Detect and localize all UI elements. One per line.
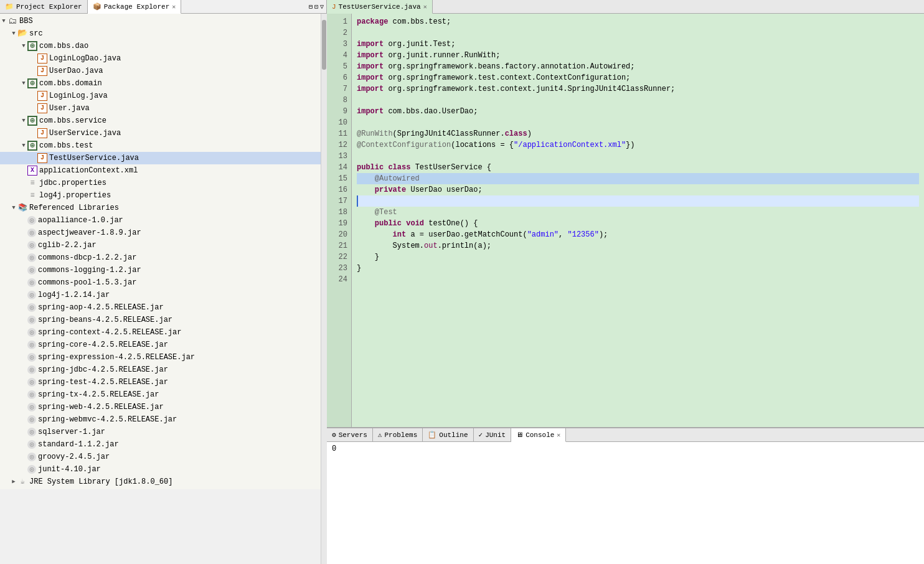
code-line-5: import org.springframework.beans.factory…	[357, 61, 919, 72]
tree-item-log4j[interactable]: ◎log4j-1.2.14.jar	[0, 289, 326, 301]
maximize-icon[interactable]: ⊡	[314, 3, 318, 11]
tree-item-spring-aop[interactable]: ◎spring-aop-4.2.5.RELEASE.jar	[0, 301, 326, 314]
code-line-12: @ContextConfiguration(locations = {"/app…	[357, 139, 919, 151]
tree-item-TestUserService[interactable]: JTestUserService.java	[0, 152, 326, 164]
tab-servers[interactable]: ⚙ Servers	[327, 428, 373, 441]
left-scrollbar[interactable]	[321, 14, 327, 564]
tab-project-explorer[interactable]: 📁 Project Explorer	[0, 0, 88, 13]
tree-item-groovy[interactable]: ◎groovy-2.4.5.jar	[0, 451, 326, 463]
item-label: com.bbs.dao	[39, 40, 88, 52]
tree-item-aopalliance[interactable]: ◎aopalliance-1.0.jar	[0, 214, 326, 227]
item-label: TestUserService.java	[49, 153, 139, 164]
tab-package-explorer[interactable]: 📦 Package Explorer ✕	[88, 0, 182, 14]
tree-item-UserDao[interactable]: JUserDao.java	[0, 65, 326, 77]
item-label: log4j-1.2.14.jar	[38, 289, 110, 301]
main-layout: 📁 Project Explorer 📦 Package Explorer ✕ …	[0, 0, 924, 564]
tree-container[interactable]: 🗂BBS📂src⊕com.bbs.daoJLoginLogDao.javaJUs…	[0, 14, 326, 489]
tree-item-src[interactable]: 📂src	[0, 27, 326, 40]
expand-arrow[interactable]	[20, 78, 27, 89]
line-number-24: 24	[331, 274, 347, 285]
console-close-icon[interactable]: ✕	[557, 431, 560, 439]
tree-item-com.bbs.dao[interactable]: ⊕com.bbs.dao	[0, 40, 326, 52]
item-label: cglib-2.2.jar	[38, 240, 97, 251]
package-explorer-label: Package Explorer	[104, 3, 170, 11]
tree-item-User[interactable]: JUser.java	[0, 102, 326, 115]
line-number-3: 3	[331, 39, 347, 50]
expand-arrow[interactable]	[0, 16, 7, 27]
item-label: spring-aop-4.2.5.RELEASE.jar	[38, 302, 164, 313]
item-label: commons-logging-1.2.jar	[38, 265, 141, 276]
expand-arrow[interactable]	[20, 140, 27, 151]
tree-item-spring-beans[interactable]: ◎spring-beans-4.2.5.RELEASE.jar	[0, 314, 326, 326]
item-icon: ◎	[27, 428, 36, 436]
code-line-22: }	[357, 251, 919, 263]
item-icon: ◎	[27, 390, 36, 399]
item-icon: ≡	[27, 178, 37, 188]
item-label: applicationContext.xml	[39, 165, 138, 176]
tree-item-bbs[interactable]: 🗂BBS	[0, 15, 326, 27]
tree-item-UserService[interactable]: JUserService.java	[0, 127, 326, 139]
junit-icon: ✓	[479, 431, 483, 439]
tree-item-jdbc.properties[interactable]: ≡jdbc.properties	[0, 177, 326, 189]
tab-outline[interactable]: 📋 Outline	[423, 428, 473, 441]
editor-tab-close[interactable]: ✕	[423, 3, 427, 11]
tree-item-com.bbs.test[interactable]: ⊕com.bbs.test	[0, 139, 326, 152]
tree-item-spring-core[interactable]: ◎spring-core-4.2.5.RELEASE.jar	[0, 339, 326, 351]
item-label: standard-1.1.2.jar	[38, 439, 119, 450]
tree-item-commons-dbcp[interactable]: ◎commons-dbcp-1.2.2.jar	[0, 251, 326, 264]
tree-item-spring-tx[interactable]: ◎spring-tx-4.2.5.RELEASE.jar	[0, 388, 326, 401]
tab-junit[interactable]: ✓ JUnit	[474, 428, 512, 441]
tree-item-cglib[interactable]: ◎cglib-2.2.jar	[0, 239, 326, 251]
tab-problems[interactable]: ⚠ Problems	[373, 428, 423, 441]
tree-item-spring-web[interactable]: ◎spring-web-4.2.5.RELEASE.jar	[0, 401, 326, 413]
bottom-tab-bar: ⚙ Servers ⚠ Problems 📋 Outline ✓ JUnit	[327, 428, 924, 442]
explorer-panel: 📁 Project Explorer 📦 Package Explorer ✕ …	[0, 0, 327, 489]
code-line-10	[357, 117, 919, 128]
console-label: Console	[526, 431, 554, 439]
tree-item-com.bbs.domain[interactable]: ⊕com.bbs.domain	[0, 77, 326, 90]
left-scrollbar-thumb[interactable]	[322, 20, 326, 70]
tree-item-spring-jdbc[interactable]: ◎spring-jdbc-4.2.5.RELEASE.jar	[0, 364, 326, 376]
tree-item-spring-context[interactable]: ◎spring-context-4.2.5.RELEASE.jar	[0, 326, 326, 339]
tree-item-standard[interactable]: ◎standard-1.1.2.jar	[0, 438, 326, 451]
tree-item-commons-pool[interactable]: ◎commons-pool-1.5.3.jar	[0, 276, 326, 289]
tree-item-log4j.properties[interactable]: ≡log4j.properties	[0, 189, 326, 202]
code-content[interactable]: package com.bbs.test; import org.junit.T…	[352, 14, 924, 427]
code-line-4: import org.junit.runner.RunWith;	[357, 50, 919, 61]
tree-item-applicationContext[interactable]: XapplicationContext.xml	[0, 164, 326, 177]
tree-item-LoginLogDao[interactable]: JLoginLogDao.java	[0, 52, 326, 65]
tree-item-LoginLog[interactable]: JLoginLog.java	[0, 90, 326, 102]
tree-item-commons-logging[interactable]: ◎commons-logging-1.2.jar	[0, 264, 326, 276]
problems-label: Problems	[384, 431, 417, 439]
item-label: LoginLog.java	[49, 90, 108, 101]
tree-item-spring-webmvc[interactable]: ◎spring-webmvc-4.2.5.RELEASE.jar	[0, 413, 326, 426]
item-icon: ◎	[27, 378, 36, 387]
tree-item-referenced-libraries[interactable]: 📚Referenced Libraries	[0, 202, 326, 214]
problems-icon: ⚠	[378, 431, 382, 439]
item-label: spring-tx-4.2.5.RELEASE.jar	[38, 389, 159, 400]
tree-item-jre-system[interactable]: ☕JRE System Library [jdk1.8.0_60]	[0, 476, 326, 488]
expand-arrow[interactable]	[10, 202, 17, 214]
tree-item-sqlserver[interactable]: ◎sqlserver-1.jar	[0, 426, 326, 438]
tree-item-junit[interactable]: ◎junit-4.10.jar	[0, 463, 326, 476]
expand-arrow[interactable]	[10, 476, 17, 487]
editor-tab-bar: J TestUserService.java ✕	[327, 0, 924, 14]
line-number-2: 2	[331, 27, 347, 39]
expand-arrow[interactable]	[20, 40, 27, 52]
expand-arrow[interactable]	[20, 115, 27, 126]
item-label: junit-4.10.jar	[38, 464, 101, 475]
item-label: commons-dbcp-1.2.2.jar	[38, 252, 136, 263]
tab-close-icon[interactable]: ✕	[172, 3, 176, 11]
tab-console[interactable]: 🖥 Console ✕	[511, 428, 566, 442]
expand-arrow[interactable]	[10, 28, 17, 39]
tree-item-spring-expression[interactable]: ◎spring-expression-4.2.5.RELEASE.jar	[0, 351, 326, 364]
view-menu-icon[interactable]: ▽	[320, 3, 324, 11]
tree-item-spring-test[interactable]: ◎spring-test-4.2.5.RELEASE.jar	[0, 376, 326, 388]
minimize-icon[interactable]: ⊟	[309, 3, 313, 11]
editor-tab-label: TestUserService.java	[339, 3, 421, 11]
editor-tab-spacer	[433, 0, 924, 13]
editor-area[interactable]: 123456789101112131415161718192021222324 …	[327, 14, 924, 427]
tree-item-com.bbs.service[interactable]: ⊕com.bbs.service	[0, 115, 326, 127]
tree-item-aspectjweaver[interactable]: ◎aspectjweaver-1.8.9.jar	[0, 227, 326, 239]
tab-test-user-service[interactable]: J TestUserService.java ✕	[327, 0, 433, 14]
